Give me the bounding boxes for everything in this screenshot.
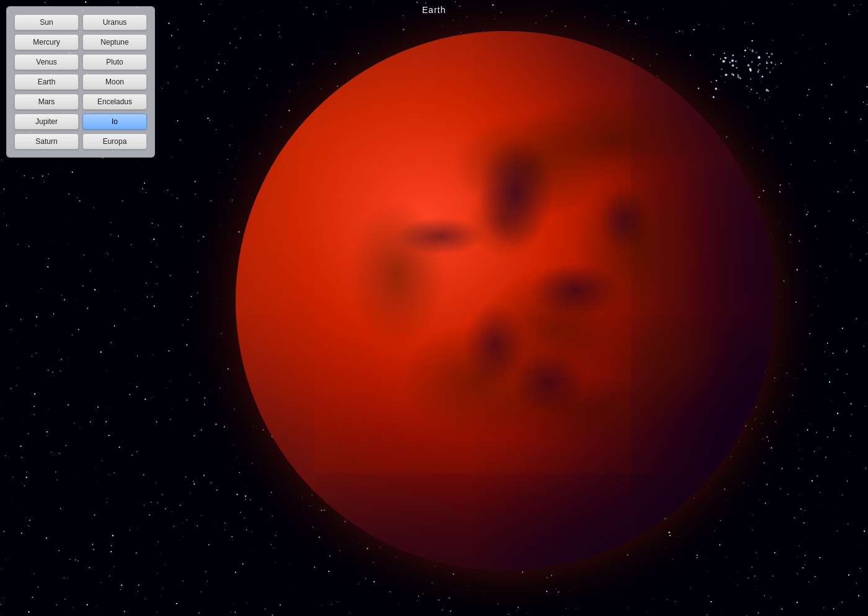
btn-io[interactable]: Io xyxy=(82,114,147,130)
planet-label: Earth xyxy=(422,5,446,15)
btn-enceladus[interactable]: Enceladus xyxy=(82,94,147,110)
body-button-grid: Sun Uranus Mercury Neptune Venus Pluto E… xyxy=(14,14,147,150)
planet-sphere xyxy=(236,31,775,571)
btn-neptune[interactable]: Neptune xyxy=(82,34,147,50)
btn-moon[interactable]: Moon xyxy=(82,74,147,90)
btn-venus[interactable]: Venus xyxy=(14,54,79,70)
btn-jupiter[interactable]: Jupiter xyxy=(14,114,79,130)
btn-sun[interactable]: Sun xyxy=(14,14,79,30)
btn-mercury[interactable]: Mercury xyxy=(14,34,79,50)
btn-europa[interactable]: Europa xyxy=(82,133,147,150)
btn-uranus[interactable]: Uranus xyxy=(82,14,147,30)
btn-pluto[interactable]: Pluto xyxy=(82,54,147,70)
control-panel: Sun Uranus Mercury Neptune Venus Pluto E… xyxy=(6,6,155,158)
btn-saturn[interactable]: Saturn xyxy=(14,133,79,150)
btn-mars[interactable]: Mars xyxy=(14,94,79,110)
btn-earth[interactable]: Earth xyxy=(14,74,79,90)
